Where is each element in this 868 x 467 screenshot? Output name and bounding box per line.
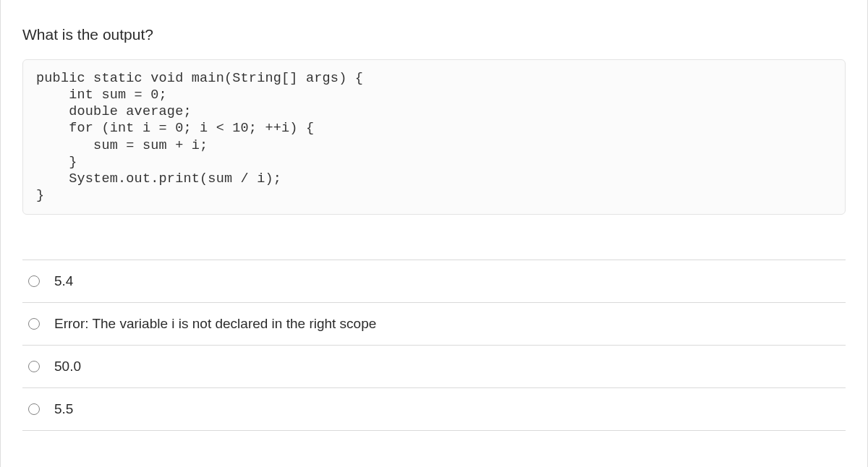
option-label: Error: The variable i is not declared in…: [54, 316, 376, 332]
option-label: 5.4: [54, 273, 73, 289]
option-row[interactable]: Error: The variable i is not declared in…: [22, 303, 846, 346]
option-row[interactable]: 50.0: [22, 346, 846, 388]
question-container: What is the output? public static void m…: [0, 0, 868, 467]
radio-icon[interactable]: [28, 403, 40, 415]
option-row[interactable]: 5.5: [22, 388, 846, 431]
option-label: 50.0: [54, 359, 81, 374]
option-row[interactable]: 5.4: [22, 260, 846, 303]
option-label: 5.5: [54, 401, 73, 417]
options-list: 5.4 Error: The variable i is not declare…: [22, 260, 846, 431]
code-block: public static void main(String[] args) {…: [22, 59, 846, 215]
radio-icon[interactable]: [28, 275, 40, 287]
radio-icon[interactable]: [28, 361, 40, 372]
question-title: What is the output?: [22, 26, 846, 43]
radio-icon[interactable]: [28, 318, 40, 330]
